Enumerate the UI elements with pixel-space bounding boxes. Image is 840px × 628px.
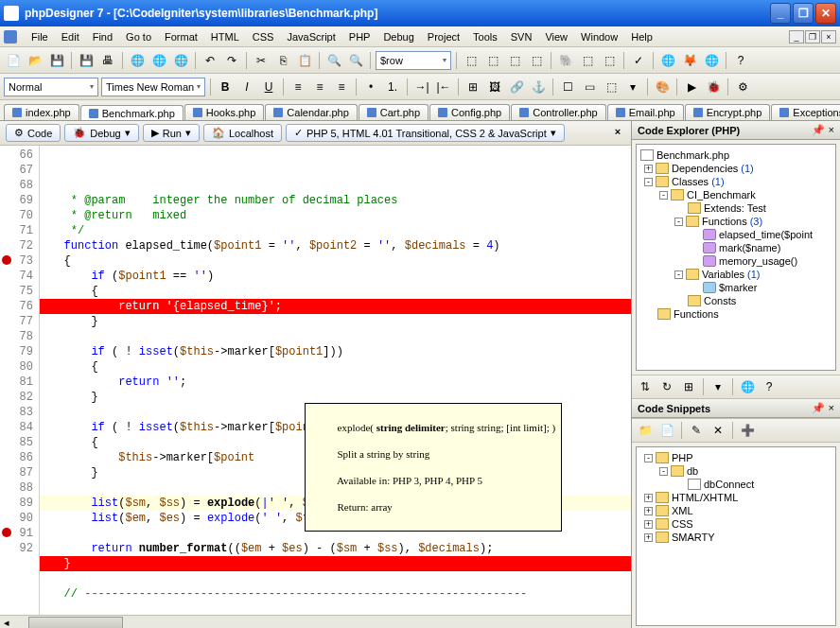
tb-browser3-icon[interactable]: 🌐 (702, 51, 721, 70)
tree-toggle-icon[interactable]: - (644, 454, 653, 462)
tree-node[interactable]: -PHP (640, 451, 831, 464)
menu-html[interactable]: HTML (204, 29, 246, 44)
tree-toggle-icon[interactable]: + (644, 533, 653, 542)
expand-icon[interactable]: ⊞ (679, 377, 698, 396)
code-line[interactable]: { (40, 359, 631, 375)
tree-toggle-icon[interactable]: + (644, 507, 653, 515)
tb-browser2-icon[interactable]: 🦊 (680, 51, 699, 70)
code-line[interactable]: { (40, 284, 631, 299)
color-icon[interactable]: 🎨 (653, 78, 672, 96)
menu-window[interactable]: Window (574, 29, 624, 44)
bold-icon[interactable]: B (216, 78, 235, 96)
tree-node[interactable]: -db (640, 464, 831, 478)
close-button[interactable]: ✕ (815, 3, 836, 24)
code-line[interactable]: if ( ! isset($this->marker[$point1])) (40, 344, 631, 359)
tree-node[interactable]: Functions (640, 307, 831, 321)
outdent-icon[interactable]: |← (434, 78, 453, 96)
file-tab[interactable]: Hooks.php (184, 104, 265, 120)
code-line[interactable]: return number_format(($em + $es) - ($sm … (40, 541, 631, 556)
menu-help[interactable]: Help (624, 29, 659, 44)
help2-icon[interactable]: ? (760, 377, 779, 396)
pin-icon[interactable]: 📌 (812, 402, 825, 414)
link-icon[interactable]: 🔗 (507, 78, 526, 96)
print-icon[interactable]: 🖶 (98, 51, 117, 70)
file-tab[interactable]: Email.php (607, 104, 684, 120)
align-right-icon[interactable]: ≡ (332, 78, 351, 96)
tree-node[interactable]: +Dependencies (1) (640, 162, 831, 175)
select-icon[interactable]: ▾ (623, 78, 642, 96)
tb-html-icon[interactable]: ⬚ (578, 51, 597, 70)
tree-toggle-icon[interactable]: - (644, 178, 653, 186)
menu-find[interactable]: Find (86, 29, 119, 44)
doctype-button[interactable]: ✓PHP 5, HTML 4.01 Transitional, CSS 2 & … (286, 124, 565, 142)
code-line[interactable]: function elapsed_time($point1 = '', $poi… (40, 238, 631, 253)
file-tab[interactable]: Encrypt.php (685, 104, 771, 120)
input-icon[interactable]: ▭ (580, 78, 599, 96)
app-menu-icon[interactable] (4, 30, 17, 44)
tree-node[interactable]: $marker (640, 281, 831, 294)
code-line[interactable]: * @return mixed (40, 208, 631, 223)
localhost-button[interactable]: 🏠Localhost (203, 124, 282, 142)
tree-node[interactable]: +XML (640, 504, 831, 517)
save-all-icon[interactable]: 💾 (77, 51, 96, 70)
form-icon[interactable]: ☐ (558, 78, 577, 96)
menu-edit[interactable]: Edit (55, 29, 86, 44)
cut-icon[interactable]: ✂ (252, 51, 271, 70)
align-left-icon[interactable]: ≡ (289, 78, 307, 96)
tree-node[interactable]: +HTML/XHTML (640, 491, 831, 504)
tree-node[interactable]: +SMARTY (640, 531, 831, 544)
tree-node[interactable]: memory_usage() (640, 254, 831, 268)
list-ul-icon[interactable]: • (361, 78, 380, 96)
copy-icon[interactable]: ⎘ (273, 51, 292, 70)
menu-debug[interactable]: Debug (376, 29, 420, 44)
tree-node[interactable]: -Variables (1) (640, 268, 831, 281)
undo-icon[interactable]: ↶ (201, 51, 219, 70)
tree-root[interactable]: Benchmark.php (640, 148, 831, 162)
debug-view-button[interactable]: 🐞Debug ▾ (64, 124, 138, 142)
file-tab[interactable]: Config.php (429, 104, 510, 120)
globe-icon[interactable]: 🌐 (128, 51, 147, 70)
maximize-button[interactable]: ❐ (793, 3, 814, 24)
file-tab[interactable]: Cart.php (359, 104, 429, 120)
code-editor[interactable]: 6667686970717273747576777879808182838485… (0, 146, 631, 615)
editor-close-button[interactable]: × (610, 126, 625, 141)
menu-php[interactable]: PHP (342, 29, 377, 44)
new-folder-icon[interactable]: 📁 (636, 421, 655, 440)
code-line[interactable]: // -------------------------------------… (40, 586, 631, 602)
underline-icon[interactable]: U (259, 78, 278, 96)
tree-node[interactable]: -CI_Benchmark (640, 188, 831, 201)
file-tab[interactable]: index.php (4, 104, 79, 120)
code-explorer-tree[interactable]: Benchmark.php +Dependencies (1)-Classes … (636, 144, 836, 371)
tree-toggle-icon[interactable]: + (644, 494, 653, 502)
font-combo[interactable]: Times New Roman (101, 78, 205, 96)
pin-icon[interactable]: 📌 (812, 124, 825, 136)
code-line[interactable]: if ($point1 == '') (40, 269, 631, 284)
code-line[interactable]: { (40, 253, 631, 269)
code-line[interactable] (40, 571, 631, 586)
replace-icon[interactable]: 🔍 (346, 51, 365, 70)
refresh-icon[interactable]: ↻ (657, 377, 676, 396)
file-tab[interactable]: Controller.php (511, 104, 606, 120)
redo-icon[interactable]: ↷ (222, 51, 241, 70)
tb-misc-icon[interactable]: ⬚ (462, 51, 481, 70)
save-icon[interactable]: 💾 (47, 51, 66, 70)
snippets-tree[interactable]: -PHP-dbdbConnect+HTML/XHTML+XML+CSS+SMAR… (636, 446, 836, 626)
new-snippet-icon[interactable]: 📄 (657, 421, 676, 440)
debug-icon[interactable]: 🐞 (704, 78, 723, 96)
mdi-minimize-button[interactable]: _ (789, 30, 804, 44)
code-line[interactable]: * @param integer the number of decimal p… (40, 193, 631, 208)
tree-toggle-icon[interactable]: + (644, 520, 653, 529)
file-tab[interactable]: Calendar.php (265, 104, 357, 120)
menu-file[interactable]: File (25, 29, 55, 44)
sort-icon[interactable]: ⇅ (636, 377, 655, 396)
tree-node[interactable]: +CSS (640, 517, 831, 531)
delete-icon[interactable]: ✕ (709, 421, 727, 440)
mdi-restore-button[interactable]: ❐ (805, 30, 820, 44)
edit-icon[interactable]: ✎ (687, 421, 706, 440)
tree-node[interactable]: Consts (640, 294, 831, 307)
options-icon[interactable]: ⚙ (733, 78, 752, 96)
code-line[interactable] (40, 329, 631, 344)
run-icon[interactable]: ▶ (682, 78, 701, 96)
italic-icon[interactable]: I (237, 78, 256, 96)
mdi-close-button[interactable]: × (821, 30, 836, 44)
